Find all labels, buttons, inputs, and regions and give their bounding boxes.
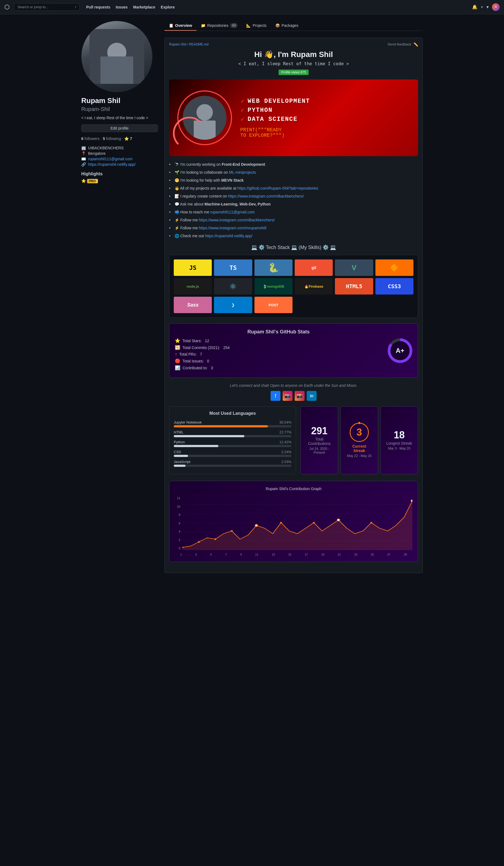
connect-section: Let's connect and chat! Open to anyone o…	[169, 383, 418, 401]
lang-jupyter: Jupyter Notebook 30.54%	[174, 420, 291, 428]
nav-issues[interactable]: Issues	[116, 5, 128, 9]
profile-views-count: 875	[300, 70, 306, 74]
svg-point-24	[280, 522, 282, 523]
send-feedback-link[interactable]: Send feedback	[387, 42, 411, 47]
longest-streak-card: 18 Longest Streak Mar 3 - May 20	[380, 406, 418, 474]
svg-point-27	[370, 522, 372, 523]
location-icon: 📍	[81, 151, 86, 156]
x-axis: 1 3 5 7 9 11 13 15 17 19 21 23 25 27	[175, 553, 412, 556]
link-website[interactable]: https://rupamshil.netlify.app/	[205, 234, 252, 238]
stats-content: Rupam Shil's GitHub Stats ⭐ Total Stars:…	[175, 329, 382, 372]
stats-row: Most Used Languages Jupyter Notebook 30.…	[169, 406, 418, 474]
svg-point-28	[411, 500, 412, 502]
banner-text: ✓ WEB DEVELOPMENT ✓ PYTHON ✓ DATA SCIENC…	[240, 98, 410, 138]
stat-commits: 🔁 Total Commits (2021): 254	[175, 345, 382, 350]
x-label-19: 19	[321, 553, 324, 556]
user-avatar[interactable]: R	[492, 3, 500, 11]
streak-section: 291 Total Contributions Jul 24, 2020 - P…	[300, 406, 418, 474]
y-label-10: 10	[175, 505, 180, 508]
check-icon-1: ✓	[240, 98, 245, 104]
github-logo[interactable]: ⬡	[4, 3, 10, 11]
link-ml[interactable]: ML-miniprojects	[229, 170, 256, 175]
connect-text: Let's connect and chat! Open to anyone o…	[169, 383, 418, 388]
link-instagram2[interactable]: https://www.instagram.com/mlbackbenchers…	[199, 218, 275, 222]
link-github[interactable]: https://github.com/Rupam-Shil?tab=reposi…	[237, 186, 318, 190]
svg-point-23	[255, 524, 258, 526]
stat-contributed: 📊 Contributed to: 3	[175, 365, 382, 370]
github-stats-card: Rupam Shil's GitHub Stats ⭐ Total Stars:…	[169, 323, 418, 378]
x-label-25: 25	[371, 553, 374, 556]
bullet-2: 😁 I'm looking for help with MEVN Stack	[169, 178, 418, 183]
notifications-icon[interactable]: 🔔	[472, 4, 478, 10]
x-label-23: 23	[354, 553, 357, 556]
edit-profile-button[interactable]: Edit profile	[81, 124, 158, 132]
x-label-3: 3	[195, 553, 197, 556]
search-bar[interactable]: Search or jump to... /	[14, 3, 80, 11]
lang-html-pct: 22.77%	[279, 430, 291, 434]
tech-python: 🐍	[254, 259, 293, 276]
tab-packages-label: Packages	[282, 23, 298, 28]
followers-label: followers	[84, 136, 100, 141]
readme-heading: Hi 👋, I'm Rupam Shil	[169, 50, 418, 59]
link-instagram1[interactable]: https://www.instagram.com/mlbackbenchers…	[228, 194, 304, 198]
current-streak-number: 3	[356, 428, 362, 437]
stat-issues: 🔴 Total Issues: 0	[175, 358, 382, 364]
readme-subtitle: < I eat, I sleep Rest of the time I code…	[169, 61, 418, 66]
bullet-7: ⚡ Follow me https://www.instagram.com/ml…	[169, 217, 418, 223]
instagram1-icon[interactable]: 📷	[283, 391, 293, 401]
svg-marker-18	[183, 501, 412, 550]
add-icon[interactable]: +	[481, 5, 483, 10]
nav-marketplace[interactable]: Marketplace	[133, 5, 156, 9]
svg-point-26	[337, 519, 340, 521]
followers-line: 6 followers · 5 following · ⭐ 7	[81, 136, 158, 141]
readme-body: Hi 👋, I'm Rupam Shil < I eat, I sleep Re…	[169, 50, 418, 562]
tab-repositories-count: 43	[230, 23, 238, 28]
highlights-content: ⭐ PRO	[81, 179, 158, 183]
bullet-1: 🌱 I'm looking to collaborate on ML-minip…	[169, 169, 418, 175]
tab-overview[interactable]: 📋 Overview	[164, 21, 196, 31]
banner-label-2: PYTHON	[248, 107, 273, 114]
stats-title: Rupam Shil's GitHub Stats	[175, 329, 382, 335]
org-item: 🏢 UIBACKBENCHERS	[81, 145, 158, 151]
banner-spiral	[173, 117, 206, 149]
current-streak-date: May 22 - May 24	[347, 454, 371, 458]
tab-repositories-label: Repositories	[207, 23, 228, 28]
tech-sass: Sass	[174, 297, 212, 313]
check-icon-2: ✓	[240, 107, 245, 113]
readme-card: Rupam-Shil / README.md Send feedback ✏️ …	[164, 37, 423, 573]
readme-path-owner[interactable]: Rupam-Shil	[169, 43, 186, 46]
tab-repositories[interactable]: 📁 Repositories 43	[196, 21, 242, 31]
tech-react: ⚛	[214, 278, 252, 295]
instagram2-icon[interactable]: 📸	[295, 391, 305, 401]
stars-icon: ⭐	[175, 338, 180, 343]
linkedin-icon[interactable]: in	[307, 391, 317, 401]
nav-explore[interactable]: Explore	[161, 5, 174, 9]
facebook-icon[interactable]: f	[271, 391, 280, 401]
search-placeholder: Search or jump to...	[18, 5, 48, 9]
languages-title: Most Used Languages	[174, 411, 291, 416]
nav-pull-requests[interactable]: Pull requests	[86, 5, 110, 9]
expand-icon[interactable]: ▾	[486, 4, 489, 10]
tech-grid: JS TS 🐍 git V 🔶 node.js ⚛ 🍃mongoDB 🔥Fire…	[169, 255, 418, 318]
tech-nodejs: node.js	[174, 278, 212, 295]
lang-js: JavaScript 2.03%	[174, 460, 291, 467]
link-instagram3[interactable]: https://www.instagram.com/mrupamshil/	[199, 226, 266, 230]
banner-circle	[177, 90, 232, 145]
readme-path-file[interactable]: README.md	[189, 43, 208, 46]
meta-list: 🏢 UIBACKBENCHERS 📍 Bengalore ✉️ rupamshi…	[81, 145, 158, 167]
email-item: ✉️ rupamshil111@gmail.com	[81, 156, 158, 162]
website-link[interactable]: https://rupamshil.netlify.app/	[88, 162, 135, 167]
link-email[interactable]: rupamshil111@gmail.com	[210, 210, 255, 214]
y-label-0: 0	[175, 546, 180, 550]
tab-projects[interactable]: 📐 Projects	[242, 21, 271, 31]
svg-text:git: git	[311, 266, 316, 270]
profile-views-badge: Profile views 875	[278, 69, 309, 75]
banner-label-1: WEB DEVELOPMENT	[248, 98, 310, 105]
stars-count: 7	[130, 136, 132, 141]
email-link[interactable]: rupamshil111@gmail.com	[88, 157, 133, 161]
tab-packages[interactable]: 📦 Packages	[271, 21, 302, 31]
svg-point-6	[196, 104, 213, 121]
edit-readme-icon[interactable]: ✏️	[413, 42, 418, 47]
lang-css: CSS 2.24%	[174, 450, 291, 457]
x-label-1: 1	[180, 553, 182, 556]
